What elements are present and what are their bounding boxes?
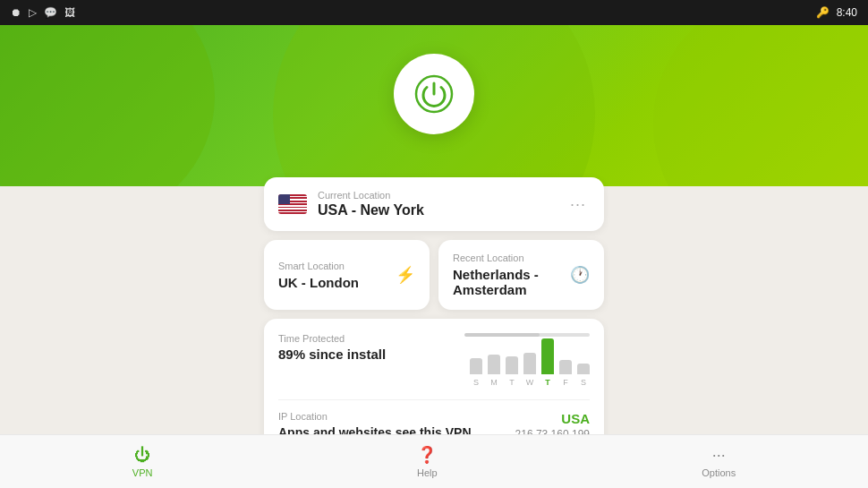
current-location-text: Current Location USA - New York [318,190,556,218]
progress-bar [464,333,590,337]
power-button-container [394,54,474,134]
bar-item-w: W [523,353,536,387]
bar-item-t2: T [541,338,554,387]
bar-item-s1: S [470,358,482,387]
power-button[interactable] [394,54,474,134]
bar-label-m: M [490,378,498,387]
current-location-label: Current Location [318,190,556,201]
ip-country: USA [515,411,590,426]
smart-location-card[interactable]: Smart Location UK - London ⚡ [264,240,430,310]
smart-location-text: Smart Location UK - London [278,261,359,290]
ip-location-label: IP Location [278,411,515,422]
recent-location-text: Recent Location Netherlands - Amsterdam [453,253,570,297]
help-icon: ❓ [417,445,437,465]
power-icon [414,74,454,114]
bar-label-t2: T [545,378,550,387]
bar-item-f: F [559,360,572,387]
location-row: Smart Location UK - London ⚡ Recent Loca… [264,240,604,310]
current-location-name: USA - New York [318,202,556,218]
bar-w [523,353,536,374]
bar-label-t1: T [509,378,515,387]
bar-chart-section: S M T W [464,333,590,387]
smart-location-label: Smart Location [278,261,359,271]
chat-icon: 💬 [44,6,57,19]
nav-label-options: Options [702,467,736,478]
bar-t2 [541,338,554,374]
time-display: 8:40 [837,6,857,19]
bar-item-s2: S [577,364,590,387]
recent-location-card[interactable]: Recent Location Netherlands - Amsterdam … [438,240,604,310]
more-options-button[interactable]: ··· [566,192,590,218]
clock-icon: 🕐 [570,265,590,285]
status-bar-right: 🔑 8:40 [816,6,857,19]
smart-location-name: UK - London [278,275,359,290]
time-protected-section: Time Protected 89% since install [278,333,464,362]
bar-item-t1: T [506,356,518,387]
recent-location-name: Netherlands - Amsterdam [453,267,570,297]
recent-location-label: Recent Location [453,253,570,263]
bar-f [559,360,572,374]
bar-label-w: W [526,378,534,387]
nav-label-vpn: VPN [132,467,153,478]
current-location-card[interactable]: Current Location USA - New York ··· [264,177,604,231]
bottom-nav: ⏻ VPN ❓ Help ··· Options [0,434,868,488]
bar-s1 [470,358,482,374]
record-icon: ⏺ [11,6,21,19]
nav-item-help[interactable]: ❓ Help [381,438,473,485]
bar-label-f: F [563,378,568,387]
bar-item-m: M [488,355,500,387]
status-bar: ⏺ ▷ 💬 🖼 🔑 8:40 [0,0,868,25]
play-icon: ▷ [29,6,37,19]
nav-label-help: Help [417,467,438,478]
nav-item-vpn[interactable]: ⏻ VPN [97,439,189,485]
bars-container: S M T W [470,344,590,387]
vpn-power-icon: ⏻ [134,446,150,465]
lightning-icon: ⚡ [396,265,415,285]
options-dots-icon: ··· [712,446,726,465]
time-protected-label: Time Protected [278,333,464,344]
bar-s2 [577,364,590,374]
us-flag-icon [278,194,307,214]
progress-bar-fill [464,333,540,337]
bar-label-s2: S [581,378,586,387]
key-icon: 🔑 [816,6,830,19]
status-bar-left: ⏺ ▷ 💬 🖼 [11,6,75,19]
bar-t1 [506,356,518,374]
time-protected-value: 89% since install [278,347,464,362]
nav-item-options[interactable]: ··· Options [666,439,771,485]
bar-label-s1: S [473,378,479,387]
bar-m [488,355,500,374]
image-icon: 🖼 [64,6,75,19]
